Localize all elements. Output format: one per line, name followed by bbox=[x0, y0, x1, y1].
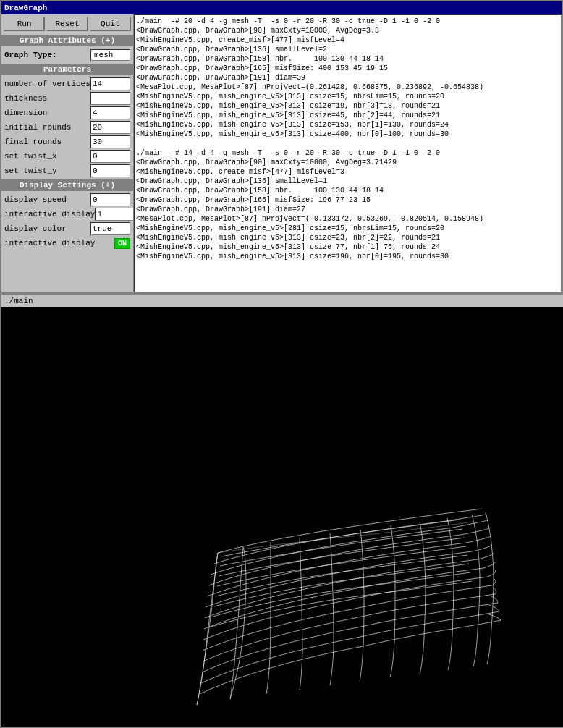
param-label-interactive-display-on: interactive display bbox=[4, 239, 114, 247]
bottom-section: ./main bbox=[1, 292, 563, 727]
param-input-twist-y[interactable] bbox=[90, 164, 130, 177]
graph-type-value: mesh bbox=[90, 49, 130, 61]
quit-button[interactable]: Quit bbox=[90, 17, 131, 31]
param-input-twist-x[interactable] bbox=[90, 150, 130, 163]
log-output[interactable]: ./main -# 20 -d 4 -g mesh -T -s 0 -r 20 … bbox=[134, 14, 562, 292]
param-input-dimension[interactable] bbox=[90, 106, 130, 119]
param-label-twist-y: set twist_y bbox=[4, 166, 90, 175]
param-input-initial-rounds[interactable] bbox=[90, 121, 130, 134]
mesh-visualization bbox=[1, 307, 563, 727]
window-title: DrawGraph bbox=[4, 4, 47, 12]
on-badge: ON bbox=[114, 238, 130, 249]
canvas-area[interactable] bbox=[1, 307, 563, 727]
param-row-display-speed: display speed bbox=[1, 192, 133, 207]
display-settings-header[interactable]: Display Settings (+) bbox=[1, 179, 133, 191]
toolbar-buttons: Run Reset Quit bbox=[1, 14, 133, 33]
graph-type-row: Graph Type: mesh bbox=[1, 48, 133, 62]
param-input-final-rounds[interactable] bbox=[90, 135, 130, 148]
param-input-thickness[interactable] bbox=[90, 92, 130, 105]
param-label-twist-x: set twist_x bbox=[4, 152, 90, 161]
param-row-vertices: number of vertices bbox=[1, 77, 133, 91]
param-row-display-color: display color bbox=[1, 221, 133, 236]
canvas-title: ./main bbox=[4, 297, 33, 305]
svg-rect-0 bbox=[77, 307, 489, 727]
right-panel: ./main -# 20 -d 4 -g mesh -T -s 0 -r 20 … bbox=[134, 14, 562, 292]
param-row-twist-y: set twist_y bbox=[1, 164, 133, 178]
param-input-display-color[interactable] bbox=[90, 222, 130, 235]
title-bar: DrawGraph bbox=[1, 1, 562, 14]
param-label-initial-rounds: initial rounds bbox=[4, 123, 90, 132]
param-label-display-speed: display speed bbox=[4, 195, 90, 204]
param-input-interactive-display[interactable] bbox=[95, 208, 134, 221]
parameters-header: Parameters bbox=[1, 64, 133, 75]
param-row-interactive-display-on: interactive display ON bbox=[1, 236, 133, 250]
param-label-thickness: thickness bbox=[4, 94, 90, 103]
param-row-dimension: dimension bbox=[1, 106, 133, 120]
reset-button[interactable]: Reset bbox=[46, 17, 88, 31]
param-label-interactive-display: interactive display bbox=[4, 210, 95, 219]
param-label-dimension: dimension bbox=[4, 109, 90, 117]
param-input-display-speed[interactable] bbox=[90, 193, 130, 206]
param-row-twist-x: set twist_x bbox=[1, 149, 133, 164]
param-row-interactive-display: interactive display bbox=[1, 207, 133, 221]
run-button[interactable]: Run bbox=[4, 17, 45, 31]
param-row-final-rounds: final rounds bbox=[1, 135, 133, 149]
graph-attributes-header[interactable]: Graph Attributes (+) bbox=[1, 35, 133, 46]
upper-section: Run Reset Quit Graph Attributes (+) Grap… bbox=[1, 14, 562, 292]
param-label-display-color: display color bbox=[4, 224, 90, 233]
param-label-final-rounds: final rounds bbox=[4, 137, 90, 146]
left-panel: Run Reset Quit Graph Attributes (+) Grap… bbox=[1, 14, 134, 292]
canvas-bar: ./main bbox=[1, 294, 563, 307]
param-row-thickness: thickness bbox=[1, 91, 133, 106]
param-row-initial-rounds: initial rounds bbox=[1, 120, 133, 135]
graph-type-label: Graph Type: bbox=[4, 51, 90, 59]
param-label-vertices: number of vertices bbox=[4, 80, 90, 88]
param-input-vertices[interactable] bbox=[90, 77, 130, 90]
main-window: DrawGraph Run Reset Quit Graph Attribute… bbox=[0, 0, 563, 728]
